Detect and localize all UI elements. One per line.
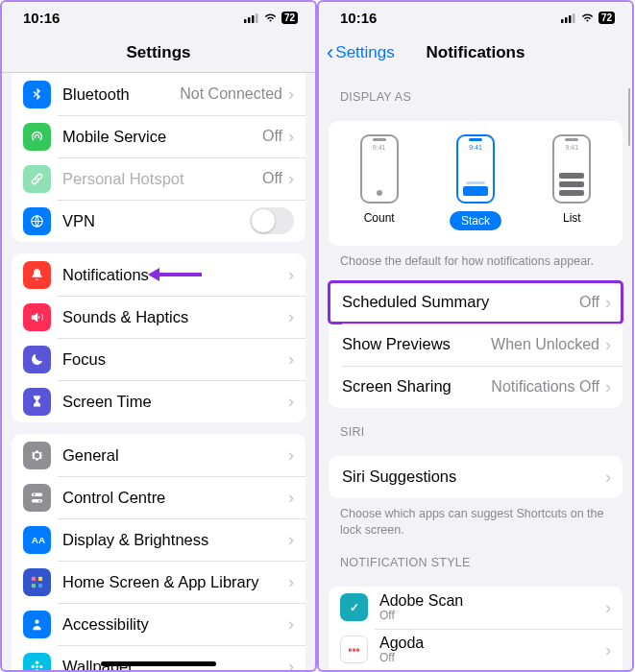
row-label: Mobile Service [62, 128, 262, 146]
app-status: Off [379, 652, 605, 665]
app-row-agoda[interactable]: •••AgodaOff› [329, 629, 623, 671]
hourglass-icon [23, 388, 51, 416]
notifications-screen: 10:16 72 ‹ Settings Notifications Displa… [317, 0, 634, 672]
chevron-right-icon: › [288, 308, 294, 325]
row-label: Siri Suggestions [342, 468, 605, 486]
settings-screen: 10:16 72 Settings BluetoothNot Connected… [0, 0, 317, 672]
svg-rect-24 [561, 19, 564, 23]
page-title: Settings [126, 43, 190, 62]
settings-list[interactable]: BluetoothNot Connected›Mobile ServiceOff… [2, 73, 315, 672]
chevron-right-icon: › [288, 658, 294, 672]
bluetooth-icon [23, 81, 51, 108]
svg-rect-2 [252, 15, 255, 23]
back-button[interactable]: ‹ Settings [327, 42, 395, 63]
row-label: General [62, 446, 288, 465]
row-accessibility[interactable]: Accessibility› [12, 603, 305, 645]
row-focus[interactable]: Focus› [12, 338, 305, 380]
row-mobile[interactable]: Mobile ServiceOff› [12, 115, 305, 157]
svg-rect-1 [248, 17, 251, 23]
row-value: When Unlocked [491, 336, 599, 353]
chevron-right-icon: › [288, 489, 294, 506]
notifications-list[interactable]: Display As9:41Count9:41Stack9:41ListChoo… [319, 73, 632, 672]
row-hotspot[interactable]: Personal HotspotOff› [12, 157, 305, 200]
app-labels: Adobe ScanOff [379, 592, 605, 623]
svg-rect-10 [32, 576, 36, 580]
section-footer: Choose the default for how notifications… [319, 246, 632, 270]
chevron-left-icon: ‹ [327, 42, 333, 63]
row-label: Personal Hotspot [62, 170, 262, 188]
row-label: Show Previews [342, 335, 491, 353]
row-screentime[interactable]: Screen Time› [12, 380, 305, 422]
display-as-options: 9:41Count9:41Stack9:41List [329, 121, 623, 246]
chevron-right-icon: › [288, 615, 294, 633]
display-option-stack[interactable]: 9:41Stack [450, 134, 501, 230]
moon-icon [23, 346, 51, 373]
row-display[interactable]: AADisplay & Brightness› [12, 518, 305, 561]
section-header-display: Display As [319, 73, 632, 109]
row-value: Notifications Off [491, 378, 599, 396]
row-label: Sounds & Haptics [62, 308, 288, 326]
chevron-right-icon: › [288, 350, 294, 368]
row-vpn[interactable]: VPN [12, 200, 305, 242]
row-value: Off [262, 170, 282, 187]
phone-preview-icon: 9:41 [360, 134, 399, 204]
flower-icon [23, 653, 51, 673]
svg-point-18 [31, 664, 35, 668]
row-label: Screen Time [62, 393, 288, 411]
row-siri-suggestions[interactable]: Siri Suggestions› [329, 456, 623, 498]
row-sharing[interactable]: Screen SharingNotifications Off› [329, 366, 623, 408]
wifi-icon [263, 12, 278, 23]
app-row-adobe[interactable]: ✓Adobe ScanOff› [329, 587, 623, 629]
display-option-list[interactable]: 9:41List [552, 134, 591, 230]
svg-rect-11 [38, 576, 42, 580]
app-name: Agoda [379, 635, 605, 652]
app-icon: ••• [340, 636, 368, 663]
speaker-icon [23, 303, 51, 331]
row-wallpaper[interactable]: Wallpaper› [12, 645, 305, 672]
row-label: Home Screen & App Library [62, 573, 288, 591]
toggle[interactable] [250, 207, 294, 234]
svg-rect-13 [38, 583, 42, 587]
row-homescreen[interactable]: Home Screen & App Library› [12, 561, 305, 603]
row-label: Bluetooth [62, 85, 180, 104]
row-bluetooth[interactable]: BluetoothNot Connected› [12, 73, 305, 115]
svg-point-15 [36, 665, 38, 668]
status-time: 10:16 [23, 10, 60, 26]
home-indicator[interactable] [101, 661, 216, 666]
svg-point-14 [35, 619, 38, 623]
page-title: Notifications [427, 43, 525, 62]
display-option-label: List [563, 211, 581, 225]
svg-rect-25 [565, 17, 568, 23]
siri-group: Siri Suggestions› [329, 456, 623, 498]
chevron-right-icon: › [605, 378, 611, 396]
row-label: VPN [62, 212, 250, 230]
apps-group: ✓Adobe ScanOff›•••AgodaOff›AAJIOOff›aAma… [329, 587, 623, 672]
wifi-icon [580, 12, 595, 23]
person-icon [23, 611, 51, 638]
row-label: Accessibility [62, 615, 288, 634]
row-sounds[interactable]: Sounds & Haptics› [12, 296, 305, 338]
row-previews[interactable]: Show PreviewsWhen Unlocked› [329, 324, 623, 366]
row-general[interactable]: General› [12, 434, 305, 476]
app-icon: ✓ [340, 593, 368, 621]
chevron-right-icon: › [288, 266, 294, 283]
display-option-count[interactable]: 9:41Count [360, 134, 399, 230]
gear-icon [23, 442, 51, 469]
status-bar: 10:16 72 [319, 2, 632, 33]
chevron-right-icon: › [288, 531, 294, 548]
phone-preview-icon: 9:41 [456, 134, 495, 204]
svg-point-19 [39, 664, 43, 668]
signal-icon [244, 12, 259, 23]
row-label: Display & Brightness [62, 531, 288, 549]
nav-bar: Settings [2, 33, 315, 73]
row-value: Off [579, 294, 599, 311]
row-notifications[interactable]: Notifications› [12, 253, 305, 296]
globe-icon [23, 207, 51, 235]
row-scheduled[interactable]: Scheduled SummaryOff› [329, 281, 623, 324]
row-control[interactable]: Control Centre› [12, 476, 305, 518]
chevron-right-icon: › [605, 599, 611, 616]
display-option-label: Stack [450, 211, 501, 230]
summary-group: Scheduled SummaryOff›Show PreviewsWhen U… [329, 281, 623, 408]
switches-icon [23, 484, 51, 512]
battery-icon: 72 [281, 12, 298, 24]
